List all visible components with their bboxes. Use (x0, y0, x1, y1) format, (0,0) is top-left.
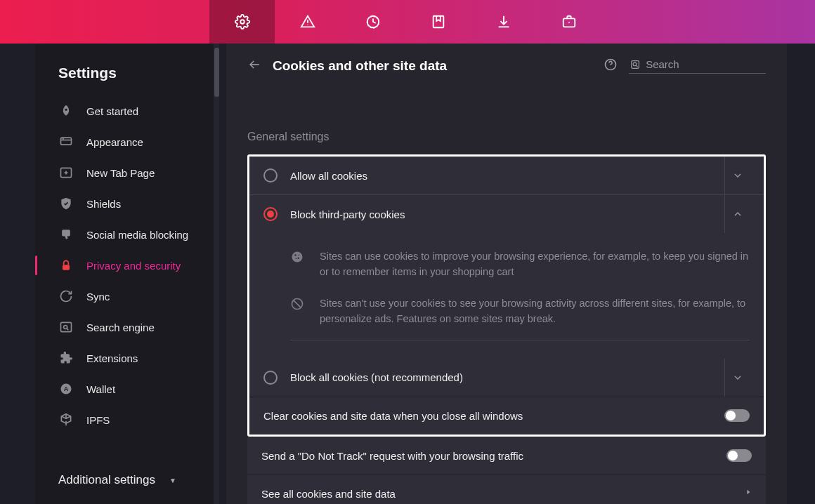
svg-rect-23 (632, 60, 639, 68)
sidebar-item-label: Get started (86, 105, 138, 117)
gear-icon (235, 14, 250, 29)
link-label: See all cookies and site data (261, 488, 732, 500)
puzzle-icon (58, 351, 74, 365)
wallet-icon: A (58, 382, 74, 396)
search-input[interactable] (646, 58, 764, 70)
section-general-settings: General settings (247, 131, 766, 143)
warning-triangle-icon (300, 14, 315, 29)
block-icon (290, 296, 307, 327)
rocket-icon (58, 104, 74, 118)
toggle-switch[interactable] (724, 409, 750, 422)
toggle-label: Clear cookies and site data when you clo… (263, 410, 712, 422)
svg-rect-4 (433, 16, 443, 28)
topbar-settings[interactable] (209, 0, 275, 44)
sidebar-item-privacy-security[interactable]: Privacy and security (35, 250, 219, 281)
sidebar-scrollbar[interactable] (214, 48, 219, 97)
collapse-button[interactable] (724, 195, 750, 233)
detail-text: Sites can't use your cookies to see your… (320, 296, 750, 327)
cube-icon (58, 413, 74, 427)
sidebar-item-wallet[interactable]: A Wallet (35, 373, 219, 404)
sidebar-item-sync[interactable]: Sync (35, 281, 219, 312)
radio-button[interactable] (263, 207, 278, 221)
svg-line-25 (636, 65, 637, 67)
history-icon (365, 14, 381, 29)
sidebar-item-label: Appearance (86, 136, 143, 148)
sidebar-item-appearance[interactable]: Appearance (35, 126, 219, 157)
sync-icon (58, 289, 74, 303)
sidebar-item-search-engine[interactable]: Search engine (35, 312, 219, 343)
sidebar-item-extensions[interactable]: Extensions (35, 343, 219, 373)
download-icon (496, 14, 511, 29)
cookie-option-block-third-party[interactable]: Block third-party cookies (249, 194, 764, 233)
sidebar-item-label: Wallet (86, 383, 115, 395)
cookie-icon (290, 248, 307, 280)
lock-icon (58, 258, 74, 272)
help-button[interactable] (604, 58, 618, 74)
arrow-left-icon (247, 58, 261, 72)
sidebar-item-ipfs[interactable]: IPFS (35, 404, 219, 435)
svg-point-16 (64, 326, 67, 329)
back-button[interactable] (247, 58, 261, 74)
page-title: Cookies and other site data (273, 58, 447, 74)
radio-button[interactable] (263, 168, 278, 183)
svg-point-10 (63, 138, 63, 139)
searchbox-icon (58, 320, 74, 334)
sidebar-item-label: Privacy and security (86, 260, 181, 272)
thumbsdown-icon (58, 227, 74, 241)
svg-rect-14 (63, 265, 70, 270)
topbar-wallet[interactable] (536, 0, 601, 44)
topbar-spacer (0, 0, 209, 44)
svg-point-26 (292, 252, 303, 263)
sidebar: Settings Get started Appearance New Tab … (0, 44, 226, 504)
svg-rect-15 (61, 322, 72, 331)
sidebar-item-label: IPFS (86, 414, 110, 426)
content: Cookies and other site data General sett… (226, 44, 815, 504)
highlighted-settings-group: Allow all cookies Block third-party cook… (247, 154, 766, 437)
page-search-icon (630, 59, 640, 70)
shield-icon (58, 197, 74, 211)
topbar (0, 0, 815, 44)
detail-text: Sites can use cookies to improve your br… (320, 248, 750, 280)
radio-button[interactable] (263, 371, 278, 385)
link-see-all-cookies[interactable]: See all cookies and site data (247, 475, 766, 504)
sidebar-item-get-started[interactable]: Get started (35, 95, 219, 126)
expand-button[interactable] (724, 359, 750, 397)
svg-text:A: A (64, 385, 69, 392)
sidebar-item-label: Extensions (86, 352, 138, 364)
svg-line-17 (67, 329, 68, 330)
toggle-do-not-track: Send a "Do Not Track" request with your … (247, 437, 766, 475)
toggle-switch[interactable] (726, 449, 752, 462)
topbar-bookmarks[interactable] (405, 0, 471, 44)
cookie-option-block-all[interactable]: Block all cookies (not recommended) (249, 359, 764, 397)
chevron-down-icon (732, 372, 743, 383)
option-label: Block all cookies (not recommended) (290, 371, 708, 383)
additional-settings[interactable]: Additional settings ▼ (58, 473, 176, 487)
bookmark-tab-icon (431, 14, 446, 29)
topbar-history[interactable] (340, 0, 405, 44)
appearance-icon (58, 135, 74, 149)
sidebar-item-shields[interactable]: Shields (35, 188, 219, 219)
svg-point-28 (297, 257, 299, 259)
svg-point-6 (568, 22, 570, 23)
expand-button[interactable] (724, 157, 750, 194)
sidebar-item-social-blocking[interactable]: Social media blocking (35, 219, 219, 250)
sidebar-item-label: New Tab Page (86, 167, 155, 179)
cookie-option-allow-all[interactable]: Allow all cookies (249, 157, 764, 194)
chevron-up-icon (732, 208, 743, 220)
sidebar-item-label: Social media blocking (86, 229, 188, 241)
svg-point-29 (296, 258, 297, 260)
svg-point-24 (633, 62, 637, 66)
svg-point-7 (65, 109, 67, 111)
sidebar-item-label: Search engine (86, 321, 155, 333)
toggle-clear-on-close: Clear cookies and site data when you clo… (249, 397, 764, 435)
additional-settings-label: Additional settings (58, 473, 155, 487)
briefcase-icon (561, 14, 577, 29)
search-field[interactable] (629, 58, 766, 74)
sidebar-item-new-tab[interactable]: New Tab Page (35, 157, 219, 188)
sidebar-item-label: Shields (86, 198, 121, 210)
newtab-icon (58, 166, 74, 180)
topbar-warning[interactable] (275, 0, 340, 44)
topbar-downloads[interactable] (471, 0, 536, 44)
content-header: Cookies and other site data (247, 58, 766, 74)
svg-marker-33 (747, 490, 750, 495)
